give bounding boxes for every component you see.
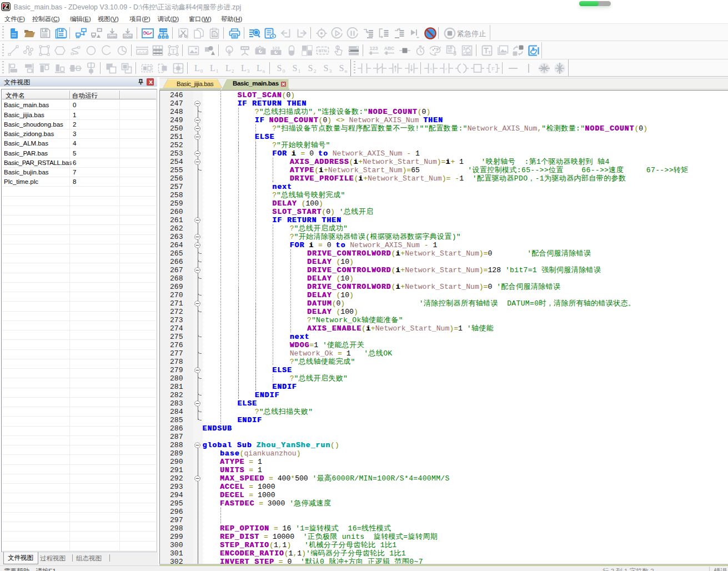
svg-text:F: F bbox=[491, 66, 495, 71]
svg-text:123: 123 bbox=[369, 46, 378, 51]
svg-text:S: S bbox=[277, 63, 282, 73]
svg-text:T: T bbox=[488, 50, 491, 55]
svg-text:1: 1 bbox=[298, 68, 301, 73]
svg-text:3: 3 bbox=[453, 51, 456, 56]
svg-text:123: 123 bbox=[272, 46, 280, 51]
svg-text:s: s bbox=[430, 66, 431, 71]
svg-text:BTN: BTN bbox=[319, 49, 327, 53]
svg-text:L: L bbox=[194, 63, 200, 73]
svg-text:0: 0 bbox=[200, 68, 203, 73]
svg-text:2: 2 bbox=[232, 68, 234, 73]
svg-text:n: n bbox=[345, 68, 348, 73]
svg-text:n: n bbox=[263, 68, 265, 73]
svg-text:1: 1 bbox=[216, 68, 219, 73]
svg-text:ABC: ABC bbox=[384, 46, 394, 51]
svg-text:S: S bbox=[339, 63, 344, 73]
svg-text:ROM: ROM bbox=[124, 34, 132, 38]
svg-text:S: S bbox=[308, 63, 313, 73]
svg-text:L: L bbox=[225, 63, 231, 73]
svg-text:0: 0 bbox=[283, 68, 285, 73]
svg-text:L: L bbox=[257, 63, 262, 73]
svg-text:S: S bbox=[293, 63, 298, 73]
svg-text:Z: Z bbox=[4, 3, 8, 10]
svg-text:c: c bbox=[445, 66, 448, 71]
svg-text:CAD: CAD bbox=[463, 51, 471, 55]
svg-text:L: L bbox=[241, 63, 247, 73]
svg-text:T: T bbox=[171, 46, 175, 54]
svg-text:3: 3 bbox=[247, 68, 250, 73]
svg-text:S: S bbox=[324, 63, 329, 73]
svg-text:RAM: RAM bbox=[108, 34, 116, 38]
svg-text:3: 3 bbox=[329, 68, 332, 73]
svg-text:2: 2 bbox=[314, 68, 317, 73]
svg-text:L: L bbox=[210, 63, 215, 73]
